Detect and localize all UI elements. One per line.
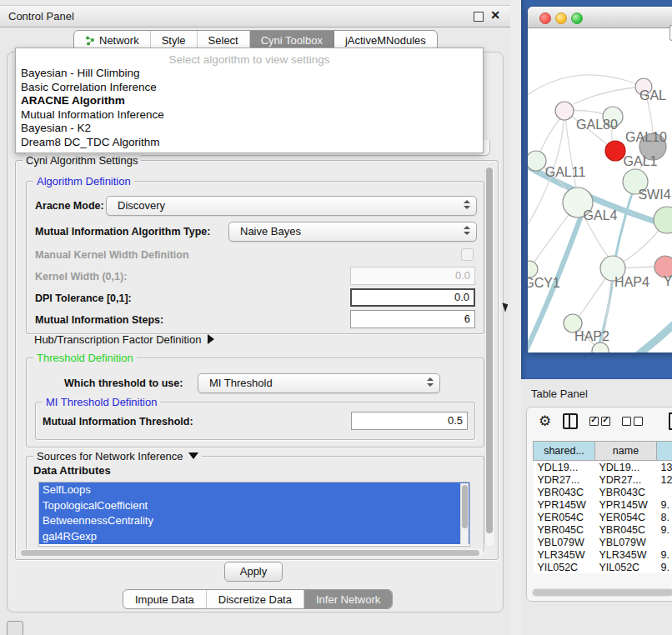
kernel-width-field[interactable]: 0.0 — [350, 267, 475, 285]
data-attributes-list[interactable]: SelfLoopsTopologicalCoefficientBetweenne… — [38, 482, 470, 547]
attribute-item[interactable]: BetweennessCentrality — [39, 513, 469, 529]
table-row[interactable]: YDL19...YDL19...13 — [534, 461, 672, 474]
which-threshold-value: MI Threshold — [209, 377, 273, 389]
tab-impute-data[interactable]: Impute Data — [123, 590, 207, 608]
table-cell: YBR043C — [534, 486, 595, 498]
network-view-window: GALGAL80GAL10GAL1GAL11SWI4GAL4GCY1HAP4YH… — [528, 7, 672, 352]
algorithm-option[interactable]: Bayesian - Hill Climbing — [16, 67, 483, 81]
sources-group: Sources for Network Inference Data Attri… — [26, 456, 484, 552]
document-icon[interactable] — [669, 412, 672, 430]
dpi-tolerance-label: DPI Tolerance [0,1]: — [35, 292, 132, 304]
tab-label: Style — [162, 34, 186, 47]
table-row[interactable]: YER054CYER054C8. — [534, 511, 672, 523]
tab-discretize-data[interactable]: Discretize Data — [207, 590, 304, 608]
settings-horizontal-scrollbar[interactable] — [19, 549, 483, 557]
node-label: HAP2 — [574, 329, 609, 343]
minimized-panel-icon[interactable] — [7, 621, 23, 635]
mi-threshold-field[interactable]: 0.5 — [351, 412, 468, 430]
table-row[interactable]: YLR345WYLR345W9. — [534, 548, 672, 561]
algorithm-option[interactable]: Basic Correlation Inference — [16, 81, 483, 95]
mac-close-icon[interactable] — [539, 12, 551, 24]
network-node[interactable] — [605, 141, 625, 161]
aracne-mode-combo[interactable]: Discovery — [106, 196, 477, 216]
table-cell: YPR145W — [534, 498, 595, 511]
attribute-item[interactable]: gal4RGexp — [39, 529, 469, 545]
network-edge[interactable] — [528, 75, 644, 96]
table-row[interactable]: YIL052CYIL052C9. — [534, 561, 672, 573]
algorithm-option[interactable]: ARACNE Algorithm — [16, 94, 483, 108]
table-cell: YBL079W — [595, 536, 657, 548]
algorithm-dropdown-placeholder: Select algorithm to view settings — [16, 52, 483, 67]
manual-kernel-checkbox[interactable] — [461, 248, 474, 261]
network-node[interactable] — [592, 342, 609, 352]
hub-definition-label: Hub/Transcription Factor Definition — [34, 333, 201, 346]
mi-steps-label: Mutual Information Steps: — [35, 314, 163, 326]
node-label: HAP4 — [614, 275, 649, 289]
table-cell: YPR145W — [595, 498, 657, 511]
table-cell — [657, 486, 672, 498]
mi-type-combo[interactable]: Naive Bayes — [228, 222, 477, 242]
column-header[interactable]: name — [595, 442, 657, 461]
network-edge[interactable] — [574, 87, 644, 104]
algorithm-option[interactable]: Bayesian - K2 — [16, 122, 483, 136]
node-label: GAL11 — [545, 165, 586, 179]
settings-vertical-scrollbar[interactable] — [484, 165, 495, 548]
column-header[interactable]: shared... — [534, 442, 595, 461]
aracne-mode-value: Discovery — [118, 199, 165, 212]
aracne-mode-label: Aracne Mode: — [35, 200, 104, 212]
node-label: GAL80 — [576, 118, 618, 132]
dpi-tolerance-field[interactable]: 0.0 — [350, 288, 475, 307]
algorithm-option[interactable]: Mutual Information Inference — [16, 108, 483, 122]
network-edge[interactable] — [628, 319, 672, 352]
algorithm-option[interactable]: Dream8 DC_TDC Algorithm — [16, 136, 483, 150]
settings-group-title: Cyni Algorithm Settings — [23, 154, 141, 167]
table-row[interactable]: YBR043CYBR043C — [534, 486, 672, 498]
table-panel: Table Panel ⚙ shared...name YDL19...YDL1… — [521, 379, 672, 635]
network-node[interactable] — [528, 261, 538, 278]
network-edge[interactable] — [614, 186, 634, 267]
table-header-row: shared...name — [534, 442, 672, 461]
hub-definition-toggle[interactable]: Hub/Transcription Factor Definition — [34, 333, 214, 346]
sources-group-title[interactable]: Sources for Network Inference — [33, 450, 202, 462]
split-column-icon[interactable] — [563, 413, 578, 429]
tab-infer-network[interactable]: Infer Network — [304, 590, 392, 608]
unchecked-boxes-icon[interactable] — [622, 417, 643, 426]
table-row[interactable]: YBL079WYBL079W — [534, 536, 672, 548]
table-cell: YBR045C — [595, 523, 657, 536]
tab-label: Network — [99, 34, 139, 47]
node-label: GAL — [639, 88, 666, 102]
table-row[interactable]: YDR27...YDR27...12 — [534, 473, 672, 486]
data-attributes-label: Data Attributes — [33, 464, 111, 477]
table-cell: 13 — [657, 461, 672, 474]
table-row[interactable]: YPR145WYPR145W9. — [534, 498, 672, 511]
column-header[interactable] — [657, 442, 672, 461]
table-cell: YLR345W — [595, 548, 657, 561]
network-window-titlebar[interactable] — [528, 7, 672, 28]
close-icon[interactable]: ✕ — [490, 8, 500, 22]
network-node[interactable] — [654, 207, 672, 233]
gear-icon[interactable]: ⚙ — [539, 414, 551, 428]
attribute-item[interactable]: TopologicalCoefficient — [39, 498, 469, 514]
table-horizontal-scrollbar[interactable] — [532, 588, 672, 597]
node-table[interactable]: shared...name YDL19...YDL19...13YDR27...… — [533, 441, 672, 573]
mi-threshold-group: MI Threshold Definition Mutual Informati… — [35, 402, 475, 440]
checked-boxes-icon[interactable] — [589, 417, 610, 426]
mi-threshold-label: Mutual Information Threshold: — [43, 416, 193, 428]
table-cell: 8. — [657, 511, 672, 523]
float-window-icon[interactable] — [474, 12, 484, 22]
attribute-item[interactable]: SelfLoops — [39, 482, 469, 498]
apply-button[interactable]: Apply — [224, 562, 283, 582]
attributes-scrollbar[interactable] — [460, 483, 469, 545]
manual-kernel-label: Manual Kernel Width Definition — [35, 249, 189, 261]
network-canvas-container[interactable]: GALGAL80GAL10GAL1GAL11SWI4GAL4GCY1HAP4YH… — [528, 28, 672, 352]
mi-steps-field[interactable]: 6 — [350, 310, 475, 328]
table-row[interactable]: YBR045CYBR045C9. — [534, 523, 672, 536]
table-cell: YIL052C — [595, 561, 657, 573]
network-node[interactable] — [555, 102, 574, 120]
mac-minimize-icon[interactable] — [555, 12, 567, 24]
threshold-definition-group: Threshold Definition Which threshold to … — [26, 358, 484, 448]
network-node[interactable] — [528, 151, 546, 171]
which-threshold-combo[interactable]: MI Threshold — [198, 373, 440, 393]
combo-spinner-icon — [427, 378, 434, 389]
mac-zoom-icon[interactable] — [571, 12, 583, 24]
